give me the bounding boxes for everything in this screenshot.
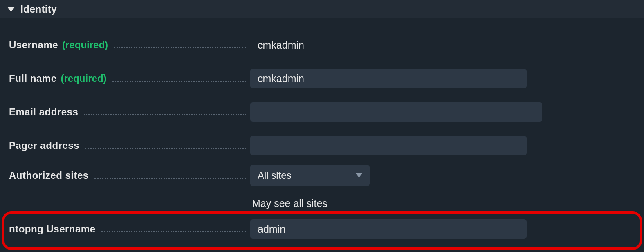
required-tag-username: (required) — [62, 39, 108, 51]
dots-filler — [114, 39, 246, 48]
row-auth-sites: Authorized sites All sites May see all s… — [9, 162, 635, 212]
section-title: Identity — [20, 3, 57, 15]
label-text-fullname: Full name — [9, 73, 57, 84]
row-pager: Pager address — [9, 129, 635, 162]
value-username: cmkadmin — [250, 39, 635, 51]
label-text-ntopng: ntopng Username — [9, 223, 96, 235]
dots-filler — [101, 223, 246, 232]
dots-filler — [112, 73, 246, 82]
label-fullname: Full name (required) — [9, 73, 250, 84]
identity-panel: Identity Username (required) cmkadmin Fu… — [0, 0, 644, 246]
auth-sites-select[interactable]: All sites — [250, 165, 370, 186]
value-email — [250, 102, 635, 122]
label-ntopng: ntopng Username — [9, 223, 250, 235]
label-username: Username (required) — [9, 39, 250, 51]
value-fullname — [250, 69, 635, 88]
ntopng-username-input[interactable] — [250, 219, 527, 239]
auth-sites-selected: All sites — [258, 170, 292, 181]
username-value: cmkadmin — [250, 39, 304, 51]
row-username: Username (required) cmkadmin — [9, 28, 635, 62]
email-input[interactable] — [250, 102, 542, 122]
label-text-email: Email address — [9, 106, 78, 118]
value-pager — [250, 136, 635, 155]
form-body: Username (required) cmkadmin Full name (… — [0, 18, 644, 246]
section-header[interactable]: Identity — [0, 0, 644, 18]
pager-input[interactable] — [250, 136, 527, 155]
required-tag-fullname: (required) — [61, 73, 107, 84]
dots-filler — [85, 140, 246, 149]
dots-filler — [94, 170, 246, 179]
label-text-auth-sites: Authorized sites — [9, 170, 89, 181]
label-pager: Pager address — [9, 140, 250, 151]
row-ntopng-username: ntopng Username — [5, 212, 635, 246]
value-ntopng — [250, 219, 635, 239]
auth-sites-helper: May see all sites — [250, 198, 328, 209]
value-auth-sites: All sites May see all sites — [250, 165, 635, 209]
row-fullname: Full name (required) — [9, 62, 635, 95]
chevron-down-icon — [356, 173, 362, 178]
row-email: Email address — [9, 95, 635, 129]
label-text-username: Username — [9, 39, 58, 51]
dots-filler — [84, 106, 246, 115]
label-text-pager: Pager address — [9, 140, 79, 151]
label-auth-sites: Authorized sites — [9, 165, 250, 181]
fullname-input[interactable] — [250, 69, 527, 88]
label-email: Email address — [9, 106, 250, 118]
collapse-triangle-icon — [7, 7, 15, 12]
